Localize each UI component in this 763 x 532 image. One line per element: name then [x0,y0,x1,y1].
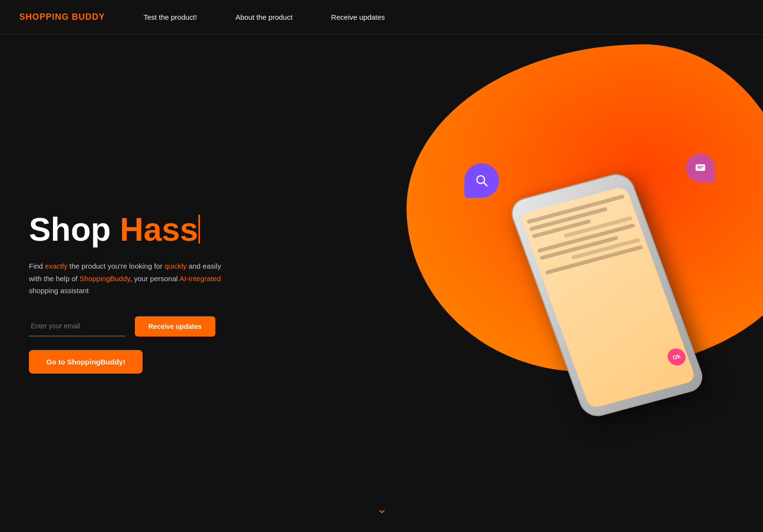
nav-link-test[interactable]: Test the product! [144,13,197,21]
subtitle-middle: the product you're looking for [67,262,164,270]
phone-screen [519,186,697,409]
subtitle-find: Find [29,262,45,270]
message-bubble-icon [686,154,715,182]
navbar: SHOPPING BUDDY Test the product! About t… [0,0,763,35]
dot-2 [499,192,501,195]
email-form: Receive updates [29,316,231,337]
star-3 [532,190,539,195]
hero-title-orange: Hass [120,211,198,247]
dot-3 [504,192,507,195]
receive-updates-button[interactable]: Receive updates [135,316,215,337]
subtitle-ai: AI-integrated [179,274,221,283]
phone-body: Ok [507,170,707,420]
screen-line-1 [526,194,625,224]
nav-link-about[interactable]: About the product [236,13,292,21]
hero-title: Shop Hass [29,212,231,247]
star-5 [545,186,552,192]
subtitle-end: , your personal [130,274,180,283]
hero-title-white: Shop [29,211,120,247]
hero-content: Shop Hass Find exactly the product you'r… [29,193,231,374]
nav-links: Test the product! About the product Rece… [144,13,385,21]
subtitle-brand: ShoppingBuddy [79,274,130,283]
hero-phone-illustration: Ok [455,149,734,418]
phone-wrapper: Ok [455,149,734,418]
hero-section: Shop Hass Find exactly the product you'r… [0,35,763,532]
message-svg [694,161,707,175]
phone-device: Ok [507,170,707,420]
star-1 [519,193,526,199]
dot-1 [493,192,496,195]
dot-4 [509,192,512,195]
nav-logo[interactable]: SHOPPING BUDDY [19,12,105,22]
search-svg [474,173,489,188]
star-2 [526,191,532,197]
screen-line-8 [545,245,643,274]
email-input[interactable] [29,316,125,337]
nav-link-updates[interactable]: Receive updates [331,13,385,21]
svg-rect-2 [696,164,705,171]
go-to-shoppingbuddy-button[interactable]: Go to ShoppingBuddy! [29,350,143,374]
svg-line-1 [484,182,487,186]
dot-5 [514,192,517,195]
hero-subtitle: Find exactly the product you're looking … [29,260,231,297]
screen-line-5 [537,223,635,253]
subtitle-quickly: quickly [164,262,186,270]
scroll-down-chevron[interactable]: ⌄ [376,501,387,517]
star-4 [539,188,545,194]
stars-row [519,186,552,199]
subtitle-last: shopping assistant [29,286,89,295]
subtitle-exactly: exactly [45,262,67,270]
dot-connector [493,192,517,195]
